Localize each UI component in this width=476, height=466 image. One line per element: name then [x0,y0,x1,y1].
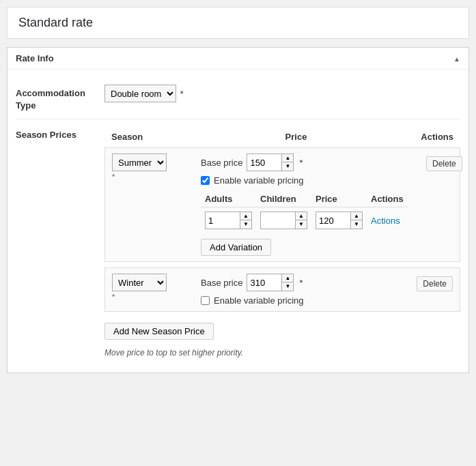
variation-actions-cell: Actions [367,207,408,234]
variation-children-cell: ▲ ▼ [256,207,311,234]
season-select-summer[interactable]: Summer Winter Spring [112,154,167,171]
enable-variable-row-winter: Enable variable pricing [201,295,398,306]
variation-price-cell: ▲ ▼ [311,207,367,234]
base-price-required-winter: * [299,278,303,288]
base-price-spinners-winter: ▲ ▼ [281,274,293,291]
meta-box-rate-info: Rate Info Accommodation Type Double room… [7,47,469,373]
variation-children-spin-down[interactable]: ▼ [296,220,307,229]
variation-price-spin-up[interactable]: ▲ [351,212,362,220]
season-header-price: Price [193,132,399,142]
base-price-input-wrap-winter: ▲ ▼ [247,274,294,291]
meta-box-toggle-icon [453,53,460,63]
season-required-star-winter: * [112,293,194,301]
variation-th-adults: Adults [201,191,256,207]
season-delete-button-winter[interactable]: Delete [417,276,453,291]
base-price-spin-up-summer[interactable]: ▲ [282,154,293,162]
meta-box-header[interactable]: Rate Info [8,48,468,70]
season-select-winter[interactable]: Summer Winter Spring [112,274,167,291]
variation-children-wrap: ▲ ▼ [260,212,307,229]
enable-variable-row-summer: Enable variable pricing [201,175,408,186]
accommodation-type-select[interactable]: Double room Single room Suite [104,85,176,102]
variation-adults-spinners: ▲ ▼ [240,212,251,229]
season-prices-label: Season Prices [16,126,104,141]
season-prices-header: Season Price Actions [104,126,460,147]
base-price-required-summer: * [299,158,303,168]
base-price-label-winter: Base price [201,278,242,288]
accommodation-type-label: Accommodation Type [16,85,104,112]
season-prices-field: Season Price Actions Summer Winter [104,126,460,358]
base-price-spin-up-winter[interactable]: ▲ [282,274,293,282]
variation-adults-wrap: ▲ ▼ [205,212,252,229]
variation-price-spin-down[interactable]: ▼ [351,220,362,229]
enable-variable-checkbox-winter[interactable] [201,296,210,305]
variation-children-spin-up[interactable]: ▲ [296,212,307,220]
add-season-button[interactable]: Add New Season Price [104,323,214,340]
base-price-row-winter: Base price ▲ ▼ * [201,274,398,291]
season-actions-summer: Delete [408,154,462,171]
accommodation-type-field: Double room Single room Suite * [104,85,460,102]
season-select-wrap-winter: Summer Winter Spring * [112,274,194,301]
variation-adults-spin-up[interactable]: ▲ [240,212,251,220]
variation-th-price: Price [311,191,367,207]
season-required-star-summer: * [112,173,194,181]
season-row-summer: Summer Winter Spring * Ba [104,147,460,262]
base-price-input-wrap-summer: ▲ ▼ [247,154,294,171]
base-price-spin-down-summer[interactable]: ▼ [282,162,293,171]
variation-th-actions: Actions [367,191,408,207]
variation-price-wrap: ▲ ▼ [316,212,363,229]
add-season-wrap: Add New Season Price [104,317,460,345]
meta-box-content: Accommodation Type Double room Single ro… [8,70,468,373]
season-delete-button-summer[interactable]: Delete [426,156,462,171]
season-main-content-winter: Base price ▲ ▼ * [194,274,398,306]
variation-price-input[interactable] [316,212,350,229]
enable-variable-checkbox-summer[interactable] [201,176,210,185]
season-row-main-summer: Summer Winter Spring * Ba [105,148,460,261]
variation-delete-button[interactable]: Actions [371,216,400,226]
add-variation-button[interactable]: Add Variation [201,239,271,256]
page-title: Standard rate [7,7,469,39]
variation-adults-spin-down[interactable]: ▼ [240,220,251,229]
season-header-season: Season [111,132,193,142]
season-prices-row: Season Prices Season Price Actions [16,119,460,364]
base-price-label-summer: Base price [201,158,242,168]
season-row-winter: Summer Winter Spring * Ba [104,267,460,312]
season-actions-winter: Delete [398,274,453,291]
base-price-input-summer[interactable] [247,154,281,171]
variation-adults-input[interactable] [206,212,240,229]
variation-children-input[interactable] [261,212,295,229]
meta-box-title: Rate Info [16,53,54,63]
variation-adults-cell: ▲ ▼ [201,207,256,234]
variation-th-children: Children [256,191,311,207]
enable-variable-label-winter: Enable variable pricing [214,295,304,306]
base-price-spin-down-winter[interactable]: ▼ [282,282,293,291]
accommodation-type-row: Accommodation Type Double room Single ro… [16,78,460,119]
base-price-spinners-summer: ▲ ▼ [281,154,293,171]
enable-variable-label-summer: Enable variable pricing [214,175,304,186]
season-header-actions: Actions [399,132,453,142]
season-prices-hint: Move price to top to set higher priority… [104,348,460,358]
variation-children-spinners: ▲ ▼ [295,212,307,229]
base-price-row-summer: Base price ▲ ▼ * [201,154,408,171]
variation-row-0: ▲ ▼ [201,207,408,234]
season-select-wrap-summer: Summer Winter Spring * [112,154,194,181]
season-main-content-summer: Base price ▲ ▼ * [194,154,408,256]
base-price-input-winter[interactable] [247,274,281,291]
season-row-main-winter: Summer Winter Spring * Ba [105,268,460,311]
accommodation-required-star: * [180,89,184,99]
variation-price-spinners: ▲ ▼ [350,212,362,229]
variation-table-summer: Adults Children Price Actions [201,191,408,233]
